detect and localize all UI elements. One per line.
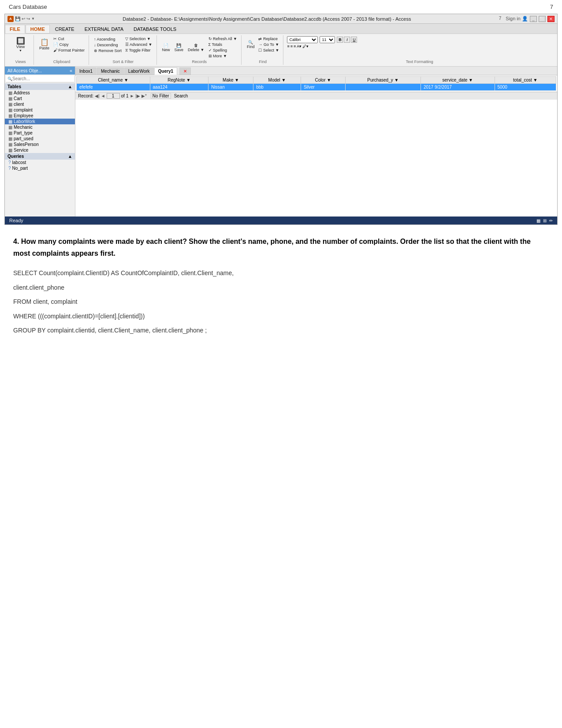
advanced-button[interactable]: ☰ Advanced ▼ [124,42,153,47]
ascending-button[interactable]: ↑ Ascending [93,37,123,42]
tab-external-data[interactable]: EXTERNAL DATA [80,25,128,34]
no-filter-label[interactable]: No Filter [151,93,171,99]
nav-pane-toggle[interactable]: « [70,68,72,73]
tab-laborwork[interactable]: LaborWork [124,67,154,75]
select-button[interactable]: ☐ Select ▼ [257,48,280,53]
tab-home[interactable]: HOME [26,25,50,34]
title-bar-left: A 💾 ↩ ↪ ▼ [7,16,35,22]
align-left-button[interactable]: ≡ [287,44,289,49]
font-color-button[interactable]: A▾ [297,44,301,49]
col-purchased[interactable]: Purchased_y ▼ [345,77,421,84]
restore-button[interactable]: ⬜ [539,16,546,22]
toggle-filter-button[interactable]: ⧖ Toggle Filter [124,48,153,53]
layout-icon[interactable]: ⊞ [543,218,547,223]
remove-sort-button[interactable]: ⊗ Remove Sort [93,48,123,53]
close-button[interactable]: ✕ [547,16,555,22]
nav-item-mechanic[interactable]: ▦ Mechanic [5,124,75,130]
nav-item-address[interactable]: ▦ Address [5,90,75,96]
new-record-nav-button[interactable]: ▶* [141,93,147,98]
format-painter-button[interactable]: 🖌 Format Painter [52,48,86,53]
col-color[interactable]: Color ▼ [301,77,345,84]
nav-item-cart[interactable]: ▦ Cart [5,96,75,101]
tab-close[interactable]: ✕ [179,67,191,75]
new-record-button[interactable]: 📄 New [160,42,172,53]
find-button[interactable]: 🔍 Find [245,39,257,50]
cut-button[interactable]: ✂ Cut [52,36,86,41]
totals-button[interactable]: Σ Totals [207,42,238,47]
goto-button[interactable]: → Go To ▼ [257,42,280,47]
bold-button[interactable]: B [337,37,343,43]
copy-button[interactable]: 📄 Copy [52,42,86,47]
font-size-selector[interactable]: 11 [320,36,335,43]
descending-button[interactable]: ↓ Descending [93,42,123,48]
align-center-button[interactable]: ≡ [290,44,293,49]
view-mode-icon[interactable]: ▦ [536,218,540,223]
nav-item-complaint[interactable]: ▦ complaint [5,107,75,113]
page-header: Cars Database 7 [0,0,562,12]
tab-query1[interactable]: Query1 [154,67,177,75]
col-reg-note[interactable]: RegNote ▼ [150,77,208,84]
tab-file[interactable]: FILE [5,25,25,34]
nav-item-salesperson[interactable]: ▦ SalesPerson [5,142,75,147]
col-model[interactable]: Model ▼ [253,77,301,84]
tab-mechanic[interactable]: Mechanic [97,67,124,75]
search-label: Search [174,93,188,98]
search-input[interactable] [12,76,65,81]
nav-item-employee[interactable]: ▦ Employee [5,113,75,119]
font-selector[interactable]: Calibri [287,36,318,43]
save-button[interactable]: 💾 Save [173,42,186,53]
delete-button[interactable]: 🗑 Delete ▼ [186,42,206,53]
delete-icon: 🗑 [194,43,198,48]
nav-pane-header[interactable]: All Access Obje... « [5,67,75,75]
align-right-button[interactable]: ≡ [294,44,296,49]
quick-access-save[interactable]: 💾 [15,16,20,21]
current-record[interactable]: 1 [107,93,120,99]
design-icon[interactable]: ✏ [549,218,553,223]
minimize-button[interactable]: _ [530,16,537,22]
nav-item-part-type[interactable]: ▦ Part_type [5,130,75,136]
sql-line-1: SELECT Count(complaint.ClientID) AS Coun… [13,268,549,278]
spelling-button[interactable]: ✓ Spelling [207,48,238,53]
find-label: Find [259,59,267,64]
nav-item-no-part[interactable]: ? No_part [5,165,75,171]
prev-record-button[interactable]: ◄ [101,93,105,98]
tab-database-tools[interactable]: DATABASE TOOLS [129,25,181,34]
more-button[interactable]: ⊞ More ▼ [207,53,238,59]
col-make[interactable]: Make ▼ [208,77,253,84]
nav-item-service[interactable]: ▦ Service [5,147,75,153]
table-icon-service: ▦ [8,148,12,153]
quick-access-redo[interactable]: ↪ [26,16,30,21]
nav-item-laborwork[interactable]: ▦ LaborWork [5,119,75,124]
quick-access-dropdown[interactable]: ▼ [31,17,35,21]
last-record-button[interactable]: |▶ [135,93,140,98]
queries-section-header[interactable]: Queries ▲ [5,153,75,160]
underline-button[interactable]: U [351,37,357,43]
view-button[interactable]: 🔲 View ▼ [15,36,27,53]
ribbon-group-clipboard: 📋 Paste ✂ Cut 📄 Copy 🖌 Format Painter Cl… [35,35,89,65]
first-record-button[interactable]: ◀| [95,93,100,98]
signin-button[interactable]: Sign in 👤 [506,16,528,22]
next-record-button[interactable]: ► [130,93,134,98]
nav-pane: All Access Obje... « 🔍 Tables ▲ ▦ Addres… [5,67,75,217]
clipboard-label: Clipboard [53,59,71,64]
quick-access-undo[interactable]: ↩ [22,16,25,21]
paste-button[interactable]: 📋 Paste [37,37,51,52]
italic-button[interactable]: I [344,37,350,43]
view-area: All Access Obje... « 🔍 Tables ▲ ▦ Addres… [5,67,557,217]
col-service-date[interactable]: service_date ▼ [421,77,495,84]
replace-button[interactable]: ⇄ Replace [257,36,280,41]
status-bar-right: ▦ ⊞ ✏ [536,218,553,223]
table-row[interactable]: efefefe aaa124 Nissan bbb Silver 2017 9/… [77,84,556,91]
highlight-button[interactable]: 🖊▾ [302,44,309,49]
selection-button[interactable]: ▽ Selection ▼ [124,36,153,41]
nav-item-client[interactable]: ▦ client [5,101,75,107]
col-client-name[interactable]: Client_name ▼ [77,77,150,84]
refresh-all-button[interactable]: ↻ Refresh All ▼ [207,36,238,41]
tab-inbox1[interactable]: Inbox1 [75,67,97,75]
tab-create[interactable]: CREATE [50,25,79,34]
col-total-cost[interactable]: total_cost ▼ [495,77,556,84]
nav-search-container[interactable]: 🔍 [6,75,74,82]
nav-item-labcost[interactable]: ? labcost [5,160,75,165]
tables-section-header[interactable]: Tables ▲ [5,83,75,90]
nav-item-part-used[interactable]: ▦ part_used [5,136,75,142]
